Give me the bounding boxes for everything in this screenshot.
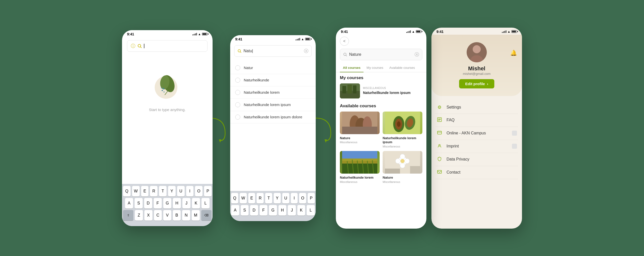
avail-course-2[interactable]: Naturheilkunde lorem Miscellaneous [340, 151, 380, 183]
suggestion-2[interactable]: Naturheilkunde lorem [230, 86, 316, 99]
key-b[interactable]: B [173, 210, 181, 221]
user-email: mishel@gmail.com [463, 72, 491, 76]
key-z[interactable]: Z [135, 210, 143, 221]
key-f[interactable]: F [154, 198, 162, 209]
key-t[interactable]: T [159, 186, 167, 196]
svg-rect-61 [437, 170, 441, 173]
key2-f[interactable]: F [260, 205, 268, 216]
key2-p[interactable]: P [308, 193, 315, 203]
key2-s[interactable]: S [241, 205, 249, 216]
avail-title-2: Naturheilkunde lorem [340, 176, 380, 180]
key2-u[interactable]: U [282, 193, 289, 203]
key-l[interactable]: L [202, 198, 210, 209]
key-e[interactable]: E [141, 186, 149, 196]
available-courses-title: Available courses [340, 104, 422, 109]
key-v[interactable]: V [163, 210, 171, 221]
key-d[interactable]: D [144, 198, 152, 209]
svg-marker-13 [325, 139, 327, 143]
suggestion-text-4: Naturheilkunde lorem ipsum dolore [244, 115, 302, 119]
battery-icon-3 [416, 30, 421, 33]
key-o[interactable]: O [195, 186, 203, 196]
menu-item-faq[interactable]: FAQ [435, 114, 518, 127]
search-icon-2 [237, 49, 242, 53]
suggestion-4[interactable]: Naturheilkunde lorem ipsum dolore [230, 111, 316, 123]
key2-y[interactable]: Y [274, 193, 281, 203]
key-a[interactable]: A [125, 198, 133, 209]
status-icons-3: ▲ [406, 30, 421, 33]
tab-available-courses[interactable]: Available courses [386, 63, 418, 72]
key-n[interactable]: N [182, 210, 190, 221]
avail-cat-0: Miscellaneous [340, 141, 380, 144]
phone-3: 9:41 ▲ < Nature ⓧ [336, 28, 426, 229]
search-box-3[interactable]: Nature ⓧ [340, 49, 422, 60]
avail-course-0[interactable]: Nature Miscellaneous [340, 112, 380, 148]
key2-o[interactable]: O [299, 193, 306, 203]
suggestion-0[interactable]: Natur [230, 62, 316, 74]
time-3: 9:41 [341, 30, 348, 34]
search-box-2[interactable]: Natu| ⓧ [234, 45, 312, 57]
key2-q[interactable]: Q [231, 193, 238, 203]
imprint-badge [512, 144, 517, 149]
signal-icon-2 [296, 38, 300, 40]
suggestion-3[interactable]: Naturheilkunde lorem ipsum [230, 99, 316, 111]
clear-search-2[interactable]: ⓧ [304, 48, 308, 54]
key-shift[interactable]: ⇧ [123, 210, 133, 221]
key2-t[interactable]: T [265, 193, 272, 203]
search-input-2[interactable]: Natu| [244, 49, 253, 53]
key2-j[interactable]: J [288, 205, 296, 216]
time-1: 9:41 [127, 32, 134, 36]
suggestion-radio-2 [235, 90, 240, 95]
menu-item-settings[interactable]: ⚙ Settings [435, 101, 518, 114]
tab-my-courses[interactable]: My courses [364, 63, 386, 72]
avail-course-1[interactable]: Naturheilkunde lorem ipsum Miscellaneous [383, 112, 422, 148]
key2-e[interactable]: E [248, 193, 255, 203]
key2-h[interactable]: H [278, 205, 287, 216]
key-h[interactable]: H [173, 198, 181, 209]
key2-i[interactable]: I [291, 193, 298, 203]
key-u[interactable]: U [177, 186, 185, 196]
key-p[interactable]: P [204, 186, 212, 196]
key-j[interactable]: J [182, 198, 190, 209]
key-y[interactable]: Y [168, 186, 176, 196]
key-k[interactable]: K [192, 198, 200, 209]
clear-search-3[interactable]: ⓧ [415, 52, 419, 58]
key-r[interactable]: R [150, 186, 157, 196]
key2-k[interactable]: K [297, 205, 305, 216]
campus-badge [512, 131, 517, 136]
suggestion-radio-1 [235, 78, 240, 83]
search-box-1[interactable]: ⓘ [127, 40, 208, 52]
key-g[interactable]: G [163, 198, 171, 209]
menu-item-privacy[interactable]: Data Privacy [435, 153, 518, 166]
menu-item-imprint[interactable]: Imprint [435, 140, 518, 153]
my-course-card-0[interactable]: Miscellaneous Naturheilkunde lorem ipsum [340, 83, 422, 98]
tab-all-courses[interactable]: All courses [340, 63, 364, 72]
key2-r[interactable]: R [257, 193, 264, 203]
menu-label-imprint: Imprint [447, 144, 508, 148]
key-s[interactable]: S [135, 198, 143, 209]
key2-a[interactable]: A [231, 205, 239, 216]
back-button-3[interactable]: < [340, 37, 349, 46]
menu-item-campus[interactable]: Online - AKN Campus [435, 127, 518, 140]
key-q[interactable]: Q [123, 186, 131, 196]
avail-course-3[interactable]: Nature Miscellaneous [383, 151, 422, 183]
menu-item-contact[interactable]: Contact [435, 166, 518, 179]
edit-profile-button[interactable]: Edit profile › [459, 79, 494, 88]
key2-w[interactable]: W [240, 193, 247, 203]
key2-l[interactable]: L [307, 205, 315, 216]
key-i[interactable]: I [186, 186, 194, 196]
key-m[interactable]: M [192, 210, 200, 221]
leaf-illustration [151, 70, 184, 103]
key-backspace[interactable]: ⌫ [201, 210, 212, 221]
keyboard-row-2: A S D F G H J K L [123, 198, 212, 209]
suggestion-1[interactable]: Naturheilkunde [230, 74, 316, 86]
avail-cat-2: Miscellaneous [340, 180, 380, 183]
key2-d[interactable]: D [250, 205, 258, 216]
key-w[interactable]: W [132, 186, 140, 196]
key-c[interactable]: C [154, 210, 162, 221]
battery-icon-2 [305, 38, 311, 40]
keyboard-row-3: ⇧ Z X C V B N M ⌫ [123, 210, 212, 221]
search-value-3[interactable]: Nature [349, 52, 413, 57]
notification-icon[interactable]: 🔔 [510, 50, 517, 56]
key-x[interactable]: X [144, 210, 152, 221]
key2-g[interactable]: G [269, 205, 277, 216]
